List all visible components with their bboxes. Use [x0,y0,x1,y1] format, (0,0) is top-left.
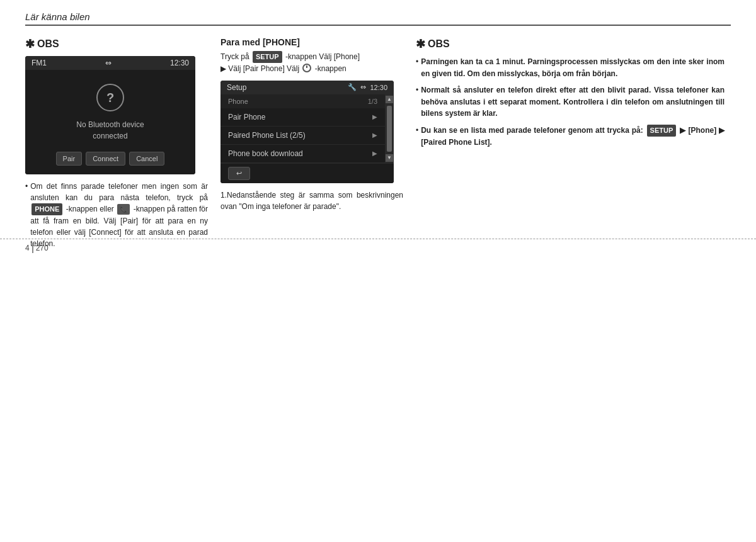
question-circle: ? [96,84,124,111]
obs-bullet-1: • Normalt så ansluter en telefon direkt … [416,84,724,120]
question-mark: ? [106,91,114,105]
setup-badge: SETUP [253,51,282,63]
main-content: ✱ OBS FM1 ⇔ 12:30 ? No Bluetooth device … [25,37,731,253]
knob-icon [302,64,311,72]
left-obs-label: OBS [37,38,59,50]
col-left: ✱ OBS FM1 ⇔ 12:30 ? No Bluetooth device … [25,37,220,253]
page-header: Lär känna bilen [25,11,731,26]
pair-button[interactable]: Pair [56,152,83,166]
body-text-1: Om det finns parade telefoner men ingen … [30,182,208,202]
setup-top-bar: Setup 🔧 ⇔ 12:30 [220,81,394,94]
setup-right: 🔧 ⇔ 12:30 [348,83,387,91]
menu-item-0[interactable]: Pair Phone ▶ [220,108,385,127]
setup-screen-label: Setup [227,83,246,92]
obs-text-2: Du kan se en lista med parade telefoner … [421,125,724,149]
bt-line1: No Bluetooth device [76,120,144,129]
page-title: Lär känna bilen [25,11,90,22]
menu-header-label: Phone [228,98,248,105]
obs-text-1: Normalt så ansluter en telefon direkt ef… [421,84,724,120]
step-text: 1.Nedanstående steg är samma som beskriv… [220,189,403,212]
menu-item-1[interactable]: Paired Phone List (2/5) ▶ [220,127,385,145]
instruction-3: ▶ Välj [Pair Phone] Välj [220,64,299,73]
setup-time: 12:30 [370,84,387,91]
footer-page-num: 4 [25,244,30,252]
instruction-1: Tryck på [220,52,249,61]
connect-button[interactable]: Connect [86,152,125,166]
right-obs-heading: ✱ OBS [416,37,724,51]
col-right: ✱ OBS • Parningen kan ta ca 1 minut. Par… [416,37,731,253]
section-instruction: Tryck på SETUP -knappen Välj [Phone] ▶ V… [220,51,403,74]
menu-header: Phone 1/3 [220,94,385,108]
setup-badge-right: SETUP [647,125,677,137]
cancel-button[interactable]: Cancel [129,152,164,166]
setup-menu-row: Phone 1/3 Pair Phone ▶ Paired Phone List… [220,94,394,163]
menu-items-area: Phone 1/3 Pair Phone ▶ Paired Phone List… [220,94,385,163]
screen-station: FM1 [32,59,47,67]
page-footer: 4 270 [0,239,756,253]
setup-back-row: ↩ [220,163,394,183]
obs-text-0: Parningen kan ta ca 1 minut. Parningspro… [421,56,724,79]
page-container: Lär känna bilen ✱ OBS FM1 ⇔ 12:30 ? [0,0,756,266]
scroll-up-icon[interactable]: ▲ [386,96,393,103]
setup-icon: 🔧 [348,83,357,91]
obs-bullet-2: • Du kan se en lista med parade telefone… [416,125,724,149]
phone-badge: PHONE [32,203,62,215]
obs-text: • Parningen kan ta ca 1 minut. Parningsp… [416,56,724,149]
back-button[interactable]: ↩ [228,167,250,180]
page-indicator: 1/3 [368,98,377,105]
obs-star-left: ✱ [25,37,35,51]
left-screen-mockup: FM1 ⇔ 12:30 ? No Bluetooth device connec… [25,56,195,174]
menu-item-2[interactable]: Phone book download ▶ [220,145,385,163]
screen-body: ? No Bluetooth device connected Pair Con… [25,70,195,174]
left-obs-heading: ✱ OBS [25,37,208,51]
scroll-track: ▲ ▼ [385,94,394,163]
screen-arrows: ⇔ [105,59,112,67]
instruction-4: -knappen [315,64,346,73]
phone-call-icon: 📞 [117,204,130,215]
bt-line2: connected [93,132,127,140]
col-middle: Para med [PHONE] Tryck på SETUP -knappen… [220,37,416,253]
scroll-thumb [387,106,392,152]
scroll-down-icon[interactable]: ▼ [386,154,393,162]
setup-menu: Phone 1/3 Pair Phone ▶ Paired Phone List… [220,94,394,183]
right-obs-label: OBS [428,38,450,50]
obs-bullet-0: • Parningen kan ta ca 1 minut. Parningsp… [416,56,724,79]
section-title: Para med [PHONE] [220,37,403,47]
screen-buttons: Pair Connect Cancel [56,152,165,166]
setup-arrows: ⇔ [360,83,366,91]
body-text-2: -knappen eller [66,205,114,213]
instruction-2: -knappen Välj [Phone] [285,52,360,61]
screen-top-bar: FM1 ⇔ 12:30 [25,56,195,70]
screen-time: 12:30 [170,59,189,67]
obs-star-right: ✱ [416,37,425,51]
footer-separator [32,243,33,253]
setup-screen: Setup 🔧 ⇔ 12:30 Phone 1/3 [220,81,394,183]
footer-page-num2: 270 [36,244,49,252]
